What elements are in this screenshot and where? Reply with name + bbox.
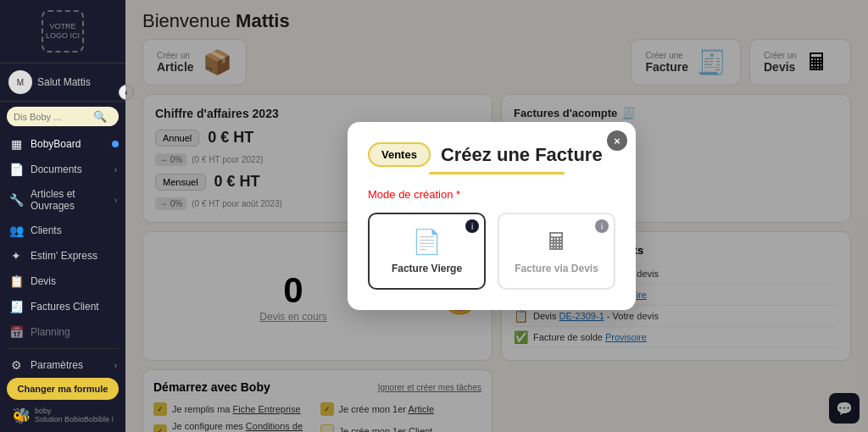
modal-options: i 📄 Facture Vierge i 🖩 Facture via Devis xyxy=(368,213,615,290)
articles-icon: 🔧 xyxy=(8,193,24,207)
nav-label-factures: Factures Client xyxy=(31,301,117,313)
sidebar-bottom: Changer ma formule 🐝 bobySolution BobioB… xyxy=(0,371,125,432)
estim-icon: ✦ xyxy=(8,249,24,263)
sidebar-nav: ▦ BobyBoard 📄 Documents › 🔧 Articles et … xyxy=(0,131,125,371)
active-dot xyxy=(112,141,119,147)
change-formula-button[interactable]: Changer ma formule xyxy=(7,378,119,400)
nav-label-params: Paramètres xyxy=(31,359,108,371)
sidebar-user: M Salut Mattis xyxy=(0,64,125,102)
facture-vierge-label: Facture Vierge xyxy=(392,263,462,274)
user-greeting: Salut Mattis xyxy=(37,76,91,88)
nav-label-clients: Clients xyxy=(31,224,117,236)
sidebar-item-estim[interactable]: ✦ Estim' Express xyxy=(0,243,125,269)
chevron-right-params: › xyxy=(114,361,117,370)
sidebar-item-documents[interactable]: 📄 Documents › xyxy=(0,157,125,182)
bobyboard-icon: ▦ xyxy=(8,137,24,151)
clients-icon: 👥 xyxy=(8,224,24,237)
facture-via-devis-icon: 🖩 xyxy=(545,228,569,256)
modal-subtitle: Mode de création * xyxy=(368,188,615,201)
sidebar-item-params[interactable]: ⚙ Paramètres › xyxy=(0,352,125,371)
sidebar-item-articles[interactable]: 🔧 Articles et Ouvrages › xyxy=(0,182,125,218)
nav-label-articles: Articles et Ouvrages xyxy=(31,188,108,212)
nav-label-estim: Estim' Express xyxy=(31,250,117,262)
chevron-right-icon-articles: › xyxy=(114,196,117,205)
nav-label-documents: Documents xyxy=(31,163,108,175)
nav-label-bobyboard: BobyBoard xyxy=(31,138,117,150)
factures-icon: 🧾 xyxy=(8,300,24,313)
nav-label-devis: Devis xyxy=(31,275,117,287)
boby-branding: 🐝 bobySolution BobioBobible ! xyxy=(7,407,119,425)
sidebar-item-planning[interactable]: 📅 Planning xyxy=(0,319,125,345)
sidebar-item-devis[interactable]: 📋 Devis xyxy=(0,269,125,294)
boby-logo-icon: 🐝 xyxy=(12,407,31,425)
sidebar-logo-section: VOTRE LOGO ICI xyxy=(0,0,125,64)
nav-divider xyxy=(7,348,119,349)
modal-title-underline xyxy=(429,172,565,174)
modal-header: Ventes Créez une Facture xyxy=(368,142,615,167)
avatar: M xyxy=(8,70,32,94)
required-star: * xyxy=(456,188,460,201)
info-icon-via-devis[interactable]: i xyxy=(595,219,609,233)
modal-title: Créez une Facture xyxy=(441,144,603,166)
modal-close-button[interactable]: × xyxy=(607,130,627,151)
planning-icon: 📅 xyxy=(8,325,24,339)
info-icon-vierge[interactable]: i xyxy=(465,219,479,233)
logo-placeholder: VOTRE LOGO ICI xyxy=(42,10,84,53)
sidebar-item-factures[interactable]: 🧾 Factures Client xyxy=(0,294,125,319)
facture-vierge-icon: 📄 xyxy=(412,228,442,256)
devis-icon: 📋 xyxy=(8,274,24,288)
sidebar-item-clients[interactable]: 👥 Clients xyxy=(0,218,125,243)
chevron-right-icon: › xyxy=(114,165,117,174)
documents-icon: 📄 xyxy=(8,163,24,176)
sidebar: VOTRE LOGO ICI M Salut Mattis 🔍 ▦ BobyBo… xyxy=(0,0,125,432)
search-bar[interactable]: 🔍 xyxy=(7,107,119,126)
modal-tab-ventes[interactable]: Ventes xyxy=(368,142,431,167)
option-facture-vierge[interactable]: i 📄 Facture Vierge xyxy=(368,213,486,290)
option-facture-via-devis[interactable]: i 🖩 Facture via Devis xyxy=(498,213,615,290)
nav-label-planning: Planning xyxy=(31,326,117,338)
search-input[interactable] xyxy=(14,112,90,122)
search-icon: 🔍 xyxy=(93,110,107,123)
create-facture-modal: × Ventes Créez une Facture Mode de créat… xyxy=(348,122,636,310)
sidebar-item-bobyboard[interactable]: ▦ BobyBoard xyxy=(0,131,125,157)
params-icon: ⚙ xyxy=(8,358,24,371)
boby-tagline: bobySolution BobioBobible ! xyxy=(35,407,114,424)
facture-via-devis-label: Facture via Devis xyxy=(515,263,598,274)
